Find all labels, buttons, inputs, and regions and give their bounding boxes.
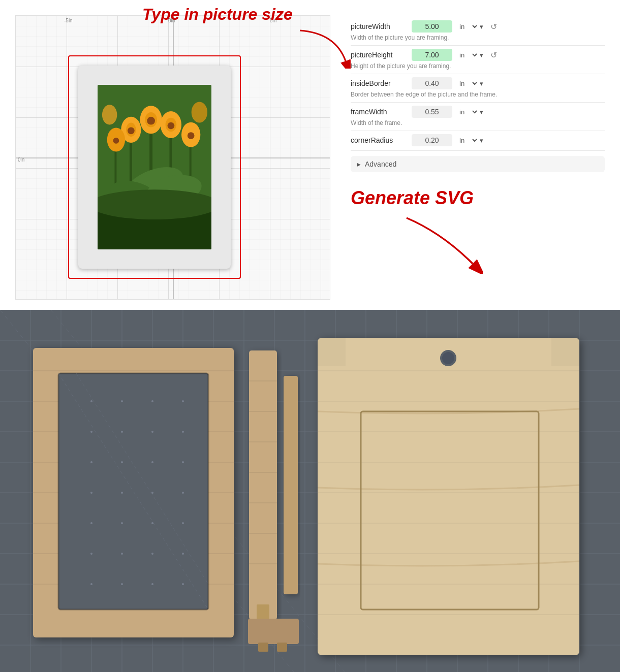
param-pictureWidth-unit-select[interactable]: incmmm — [457, 22, 479, 31]
param-insideBorder-row: insideBorder incmmm ▾ Border between the… — [351, 77, 605, 98]
svg-point-16 — [147, 117, 155, 125]
generate-annotation-container: Generate SVG — [351, 187, 605, 209]
param-frameWidth-desc: Width of the frame. — [351, 119, 605, 126]
svg-point-27 — [102, 105, 117, 124]
canvas-area: -5in 0in 5in 0in — [15, 15, 330, 300]
svg-point-140 — [121, 400, 123, 402]
param-frameWidth-label: frameWidth — [351, 108, 407, 116]
svg-point-157 — [151, 522, 153, 524]
frame-inner — [78, 66, 231, 269]
svg-rect-179 — [284, 376, 298, 594]
param-pictureHeight-desc: Height of the picture you are framing. — [351, 62, 605, 70]
svg-point-165 — [151, 583, 153, 585]
param-pictureHeight-reset[interactable]: ↺ — [488, 49, 499, 61]
svg-point-143 — [90, 431, 92, 433]
param-pictureHeight-row: pictureHeight incmmm ▾ ↺ Height of the p… — [351, 49, 605, 70]
svg-rect-170 — [249, 350, 277, 620]
param-pictureHeight-unit[interactable]: incmmm ▾ — [457, 51, 483, 59]
svg-point-28 — [192, 102, 207, 122]
param-pictureWidth-label: pictureWidth — [351, 22, 407, 30]
controls-panel: pictureWidth incmmm ▾ ↺ Width of the pic… — [346, 15, 605, 300]
bottom-photo-section — [0, 310, 620, 672]
svg-point-142 — [182, 400, 184, 402]
param-pictureWidth-row: pictureWidth incmmm ▾ ↺ Width of the pic… — [351, 20, 605, 41]
svg-point-152 — [121, 492, 123, 494]
param-cornerRadius-row: cornerRadius incmmm ▾ — [351, 134, 605, 146]
cutting-mat-svg — [0, 310, 620, 672]
param-pictureHeight-label: pictureHeight — [351, 51, 407, 59]
svg-point-164 — [121, 583, 123, 585]
svg-point-156 — [121, 522, 123, 524]
svg-point-160 — [121, 553, 123, 555]
param-insideBorder-label: insideBorder — [351, 79, 407, 87]
svg-point-148 — [121, 461, 123, 463]
svg-point-163 — [90, 583, 92, 585]
advanced-label: Advanced — [365, 160, 396, 168]
svg-point-22 — [168, 122, 175, 130]
svg-point-166 — [182, 583, 184, 585]
svg-rect-182 — [277, 643, 287, 652]
param-insideBorder-input[interactable] — [412, 77, 452, 89]
advanced-arrow-icon: ▶ — [357, 162, 361, 167]
param-frameWidth-unit-select[interactable]: incmmm — [457, 108, 479, 116]
frame-outer-border — [68, 55, 241, 279]
svg-rect-178 — [257, 604, 269, 620]
param-pictureWidth-input[interactable] — [412, 20, 452, 33]
svg-point-145 — [151, 431, 153, 433]
svg-point-24 — [113, 138, 119, 144]
param-cornerRadius-input[interactable] — [412, 134, 452, 146]
svg-point-159 — [90, 553, 92, 555]
svg-point-158 — [182, 522, 184, 524]
param-pictureHeight-unit-select[interactable]: incmmm — [457, 51, 479, 59]
param-insideBorder-unit-select[interactable]: incmmm — [457, 79, 479, 88]
svg-point-194 — [442, 352, 454, 364]
svg-rect-181 — [258, 643, 268, 652]
param-pictureWidth-unit[interactable]: incmmm ▾ — [457, 22, 483, 31]
svg-point-161 — [151, 553, 153, 555]
top-section: Type in picture size — [0, 0, 620, 310]
svg-point-151 — [90, 492, 92, 494]
photo-area — [98, 85, 211, 249]
param-cornerRadius-label: cornerRadius — [351, 136, 407, 144]
param-frameWidth-row: frameWidth incmmm ▾ Width of the frame. — [351, 106, 605, 126]
param-cornerRadius-unit[interactable]: incmmm ▾ — [457, 136, 483, 145]
ruler-label-neg5: -5in — [64, 18, 73, 23]
svg-rect-183 — [318, 338, 579, 655]
param-pictureWidth-desc: Width of the picture you are framing. — [351, 34, 605, 41]
param-pictureHeight-input[interactable] — [412, 49, 452, 61]
advanced-row[interactable]: ▶ Advanced — [351, 156, 605, 172]
type-in-arrow — [295, 28, 356, 71]
svg-point-30 — [98, 189, 211, 219]
param-insideBorder-unit[interactable]: incmmm ▾ — [457, 79, 483, 88]
svg-point-155 — [90, 522, 92, 524]
svg-point-146 — [182, 431, 184, 433]
param-insideBorder-desc: Border between the edge of the picture a… — [351, 91, 605, 98]
svg-point-149 — [151, 461, 153, 463]
ruler-label-left-0: 0in — [18, 157, 24, 163]
svg-point-26 — [188, 132, 195, 139]
generate-arrow — [391, 213, 483, 276]
svg-point-150 — [182, 461, 184, 463]
generate-svg-annotation: Generate SVG — [351, 187, 474, 208]
svg-point-139 — [90, 400, 92, 402]
svg-point-154 — [182, 492, 184, 494]
svg-rect-180 — [248, 619, 299, 644]
svg-point-162 — [182, 553, 184, 555]
svg-point-144 — [121, 431, 123, 433]
svg-point-147 — [90, 461, 92, 463]
param-pictureWidth-reset[interactable]: ↺ — [488, 21, 499, 33]
svg-point-19 — [128, 127, 135, 134]
param-cornerRadius-unit-select[interactable]: incmmm — [457, 136, 479, 145]
type-in-annotation: Type in picture size — [142, 5, 293, 24]
svg-point-141 — [151, 400, 153, 402]
param-frameWidth-unit[interactable]: incmmm ▾ — [457, 108, 483, 116]
param-frameWidth-input[interactable] — [412, 106, 452, 118]
